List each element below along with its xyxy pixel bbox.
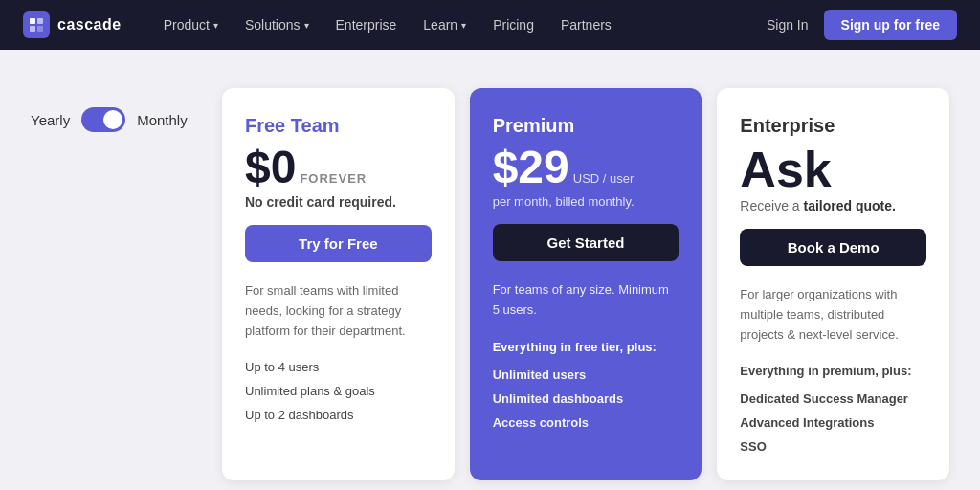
enterprise-card: Enterprise Ask Receive a tailored quote.… <box>717 88 949 480</box>
main-content: Yearly Monthly Free Team $0 FOREVER No c… <box>0 50 980 490</box>
enterprise-features-list: Everything in premium, plus: Dedicated S… <box>740 364 926 454</box>
navigation: cascade Product ▾ Solutions ▾ Enterprise… <box>0 0 980 50</box>
nav-links: Product ▾ Solutions ▾ Enterprise Learn ▾… <box>152 11 767 38</box>
nav-enterprise[interactable]: Enterprise <box>324 11 409 38</box>
enterprise-features-header: Everything in premium, plus: <box>740 364 926 378</box>
signup-button[interactable]: Sign up for free <box>824 10 957 40</box>
free-cta-button[interactable]: Try for Free <box>245 225 432 262</box>
nav-solutions[interactable]: Solutions ▾ <box>234 11 321 38</box>
premium-cta-button[interactable]: Get Started <box>493 224 679 261</box>
premium-card-desc: For teams of any size. Minimum 5 users. <box>493 280 679 321</box>
nav-learn[interactable]: Learn ▾ <box>412 11 478 38</box>
nav-right: Sign In Sign up for free <box>767 10 957 40</box>
premium-feature-3: Access controls <box>493 415 679 430</box>
billing-toggle-row: Yearly Monthly <box>31 107 188 132</box>
free-card-title: Free Team <box>245 115 432 137</box>
free-card: Free Team $0 FOREVER No credit card requ… <box>222 88 455 480</box>
svg-rect-2 <box>30 26 35 32</box>
signin-link[interactable]: Sign In <box>767 17 809 33</box>
free-card-desc: For small teams with limited needs, look… <box>245 281 432 341</box>
billing-toggle-section: Yearly Monthly <box>31 88 203 132</box>
enterprise-card-desc: For larger organizations with multiple t… <box>740 285 926 345</box>
enterprise-receive-text: Receive a tailored quote. <box>740 198 926 213</box>
chevron-down-icon: ▾ <box>304 20 309 31</box>
premium-feature-1: Unlimited users <box>493 368 679 382</box>
chevron-down-icon: ▾ <box>213 20 218 31</box>
enterprise-price-row: Ask <box>740 145 926 194</box>
free-feature-1: Up to 4 users <box>245 360 432 374</box>
premium-price-amount: $29 <box>493 145 569 190</box>
logo[interactable]: cascade <box>23 11 122 38</box>
toggle-knob <box>103 110 122 129</box>
enterprise-price-amount: Ask <box>740 145 831 194</box>
nav-product[interactable]: Product ▾ <box>152 11 230 38</box>
premium-price-row: $29 USD / user <box>493 145 679 190</box>
billing-toggle[interactable] <box>81 107 125 132</box>
free-features-list: Up to 4 users Unlimited plans & goals Up… <box>245 360 432 422</box>
premium-card-title: Premium <box>493 115 679 137</box>
premium-features-header: Everything in free tier, plus: <box>493 340 679 354</box>
free-price-label: FOREVER <box>300 171 367 186</box>
nav-pricing[interactable]: Pricing <box>481 11 546 38</box>
svg-rect-0 <box>30 18 35 24</box>
premium-card: Premium $29 USD / user per month, billed… <box>470 88 702 480</box>
free-price-amount: $0 <box>245 145 296 190</box>
chevron-down-icon: ▾ <box>461 20 466 31</box>
premium-feature-2: Unlimited dashboards <box>493 391 679 406</box>
free-no-credit: No credit card required. <box>245 194 432 210</box>
monthly-label: Monthly <box>137 112 188 128</box>
free-feature-2: Unlimited plans & goals <box>245 384 432 398</box>
logo-icon <box>23 11 50 38</box>
premium-price-usd: USD / user <box>573 171 635 186</box>
yearly-label: Yearly <box>31 112 70 128</box>
free-feature-3: Up to 2 dashboards <box>245 408 432 422</box>
enterprise-feature-2: Advanced Integrations <box>740 415 926 430</box>
pricing-cards: Free Team $0 FOREVER No credit card requ… <box>222 88 949 480</box>
free-price-row: $0 FOREVER <box>245 145 432 190</box>
nav-partners[interactable]: Partners <box>549 11 623 38</box>
enterprise-feature-3: SSO <box>740 439 926 454</box>
tailored-text: tailored quote. <box>804 198 896 213</box>
enterprise-feature-1: Dedicated Success Manager <box>740 391 926 406</box>
logo-text: cascade <box>57 16 122 33</box>
enterprise-cta-button[interactable]: Book a Demo <box>740 229 926 266</box>
premium-price-sub: per month, billed monthly. <box>493 194 679 209</box>
enterprise-card-title: Enterprise <box>740 115 926 137</box>
svg-rect-3 <box>37 26 43 32</box>
svg-rect-1 <box>37 18 43 24</box>
premium-features-list: Everything in free tier, plus: Unlimited… <box>493 340 679 430</box>
